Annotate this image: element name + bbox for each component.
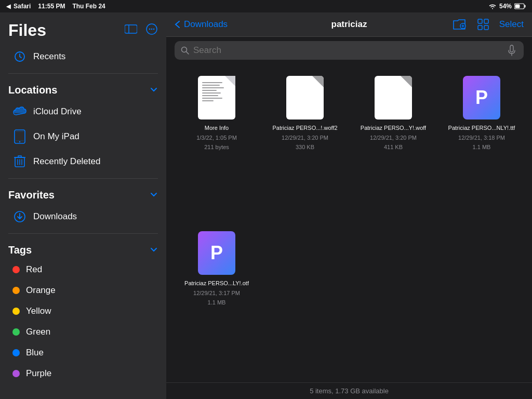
battery-percent: 54%	[499, 3, 512, 10]
blue-tag-dot	[12, 349, 20, 356]
search-bar-container	[166, 37, 532, 64]
locations-section-header: Locations	[0, 78, 166, 99]
locations-chevron-icon[interactable]	[150, 85, 158, 96]
font-doc-icon-woff	[375, 76, 412, 119]
tag-purple-label: Purple	[26, 368, 51, 379]
sidebar-item-tag-orange[interactable]: Orange	[4, 280, 162, 301]
tags-chevron-icon[interactable]	[150, 245, 158, 256]
file-size-more-info: 211 bytes	[204, 144, 229, 150]
sidebar-item-tag-red[interactable]: Red	[4, 259, 162, 280]
tags-title: Tags	[8, 244, 32, 256]
search-input[interactable]	[193, 45, 502, 56]
sidebar-item-icloud-drive[interactable]: iCloud Drive	[4, 99, 162, 124]
red-tag-dot	[12, 266, 20, 273]
file-size-ttf: 1.1 MB	[473, 144, 491, 150]
purple-tag-dot	[12, 370, 20, 377]
status-right: 54%	[488, 3, 526, 10]
sidebar-item-tag-purple[interactable]: Purple	[4, 363, 162, 384]
recently-deleted-label: Recently Deleted	[33, 156, 100, 167]
file-icon-woff	[373, 74, 414, 121]
new-folder-icon[interactable]	[451, 17, 467, 32]
orange-tag-dot	[12, 287, 20, 294]
content-header: Downloads patriciaz	[166, 12, 532, 37]
favorites-section-header: Favorites	[0, 183, 166, 204]
file-name-woff2: Patriciaz PERSO...!.woff2	[272, 124, 337, 131]
divider-2	[8, 178, 158, 179]
recents-label: Recents	[33, 51, 65, 62]
select-button[interactable]: Select	[499, 19, 524, 30]
sidebar-item-downloads[interactable]: Downloads	[4, 204, 162, 229]
sidebar-item-on-my-ipad[interactable]: On My iPad	[4, 124, 162, 149]
back-button[interactable]: Downloads	[175, 19, 228, 30]
recents-icon	[12, 49, 27, 64]
file-size-otf: 1.1 MB	[208, 299, 226, 305]
svg-point-7	[151, 29, 153, 30]
status-bar: ◀ Safari 11:55 PM Thu Feb 24 54%	[0, 0, 532, 12]
file-item-ttf[interactable]: P Patriciaz PERSO...NLY!.ttf 12/29/21, 3…	[444, 74, 520, 217]
tag-green-label: Green	[26, 327, 50, 337]
content-header-right: Select	[451, 17, 524, 32]
wifi-icon	[488, 3, 497, 9]
on-my-ipad-label: On My iPad	[33, 131, 79, 142]
favorites-title: Favorites	[8, 189, 55, 201]
downloads-icon	[12, 209, 27, 224]
app-icon-ttf: P	[463, 76, 500, 119]
content-header-inner: Downloads patriciaz	[175, 17, 524, 32]
file-date-more-info: 1/3/22, 1:05 PM	[196, 135, 237, 141]
microphone-icon[interactable]	[506, 45, 517, 56]
tag-orange-label: Orange	[26, 285, 56, 296]
file-item-woff[interactable]: Patriciaz PERSO...Y!.woff 12/29/21, 3:20…	[355, 74, 431, 217]
file-item-more-info[interactable]: More Info 1/3/22, 1:05 PM 211 bytes	[179, 74, 255, 217]
content-title: patriciaz	[331, 19, 367, 30]
sidebar: Files	[0, 12, 166, 399]
grid-view-icon[interactable]	[475, 17, 491, 32]
tag-blue-label: Blue	[26, 348, 44, 358]
tag-red-label: Red	[26, 264, 42, 275]
file-icon-ttf: P	[461, 74, 502, 121]
file-name-woff: Patriciaz PERSO...Y!.woff	[361, 124, 426, 131]
sidebar-toggle-icon[interactable]	[125, 24, 137, 37]
sidebar-item-recently-deleted[interactable]: Recently Deleted	[4, 149, 162, 174]
search-icon	[181, 46, 189, 55]
svg-rect-27	[484, 25, 488, 30]
sidebar-item-tag-yellow[interactable]: Yellow	[4, 301, 162, 322]
file-grid: More Info 1/3/22, 1:05 PM 211 bytes Patr…	[166, 64, 532, 382]
file-date-woff2: 12/29/21, 3:20 PM	[282, 135, 328, 141]
tag-yellow-label: Yellow	[26, 306, 51, 316]
file-size-woff: 411 KB	[384, 144, 403, 150]
svg-point-6	[149, 29, 151, 30]
file-date-ttf: 12/29/21, 3:18 PM	[458, 135, 505, 141]
font-doc-icon-woff2	[286, 76, 324, 119]
search-bar	[175, 41, 524, 60]
file-icon-otf: P	[196, 230, 237, 276]
sidebar-item-tag-green[interactable]: Green	[4, 322, 162, 342]
sidebar-header: Files	[0, 12, 166, 44]
divider-1	[8, 73, 158, 74]
svg-rect-24	[478, 19, 482, 23]
file-name-more-info: More Info	[205, 124, 229, 131]
svg-point-11	[19, 141, 20, 142]
status-date: Thu Feb 24	[72, 3, 105, 10]
file-size-woff2: 330 KB	[296, 144, 314, 150]
tags-section-header: Tags	[0, 238, 166, 259]
ellipsis-icon[interactable]	[145, 23, 158, 38]
green-tag-dot	[12, 328, 20, 336]
favorites-chevron-icon[interactable]	[150, 190, 158, 201]
sidebar-header-icons	[125, 23, 158, 38]
text-doc-icon	[198, 76, 235, 119]
svg-rect-26	[478, 25, 482, 30]
svg-rect-25	[484, 19, 488, 23]
file-item-otf[interactable]: P Patriciaz PERSO...LY!.otf 12/29/21, 3:…	[179, 230, 255, 373]
main-layout: Files	[0, 12, 532, 399]
sidebar-item-tag-blue[interactable]: Blue	[4, 342, 162, 363]
file-item-woff2[interactable]: Patriciaz PERSO...!.woff2 12/29/21, 3:20…	[267, 74, 343, 217]
content-area: Downloads patriciaz	[166, 12, 532, 399]
footer-text: 5 items, 1.73 GB available	[310, 387, 389, 395]
divider-3	[8, 233, 158, 234]
svg-rect-1	[525, 5, 526, 8]
svg-point-8	[153, 29, 155, 30]
file-icon-woff2	[284, 74, 326, 121]
content-footer: 5 items, 1.73 GB available	[166, 382, 532, 399]
sidebar-item-recents[interactable]: Recents	[4, 44, 162, 69]
file-name-otf: Patriciaz PERSO...LY!.otf	[184, 280, 249, 287]
